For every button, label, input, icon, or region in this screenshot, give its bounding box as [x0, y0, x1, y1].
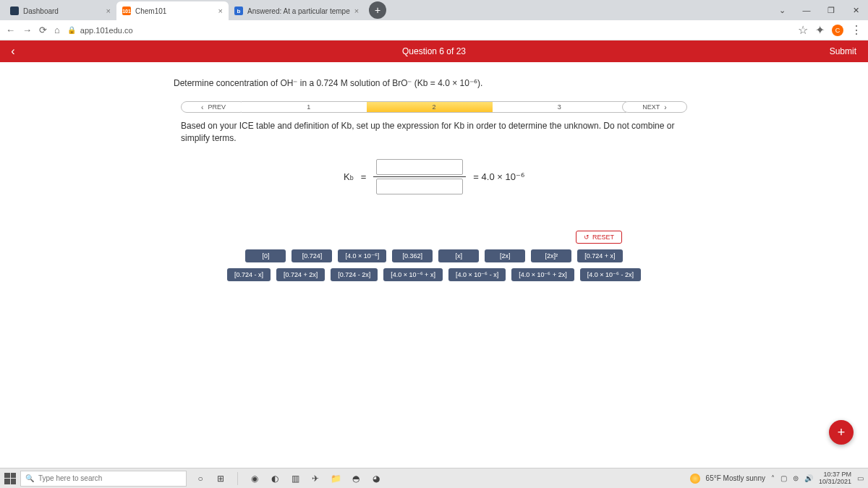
tile[interactable]: [4.0 × 10⁻⁶ - x] [448, 268, 506, 281]
denominator-dropzone[interactable] [376, 179, 463, 194]
fraction-bar [373, 176, 466, 177]
close-window-icon[interactable]: ✕ [843, 0, 868, 20]
equation-builder: Kb = = 4.0 × 10⁻⁶ [344, 159, 524, 194]
reset-icon: ↺ [584, 234, 590, 241]
search-icon: 🔍 [25, 474, 34, 482]
minimize-icon[interactable]: — [794, 0, 819, 20]
tile[interactable]: [4.0 × 10⁻⁶ - 2x] [580, 268, 641, 281]
step-2-button[interactable]: 2 [367, 101, 501, 113]
kebab-menu-icon[interactable]: ⋮ [851, 23, 862, 37]
windows-taskbar: 🔍 Type here to search ○ ⊞ ◉ ◐ ▥ ✈ 📁 ◓ ◕ … [0, 468, 868, 488]
volume-icon[interactable]: 🔊 [804, 474, 813, 482]
clock[interactable]: 10:37 PM 10/31/2021 [819, 471, 851, 486]
browser-tab-strip: Dashboard × 101 Chem101 × b Answered: At… [0, 0, 868, 20]
taskbar-search[interactable]: 🔍 Type here to search [20, 471, 187, 487]
prev-step-button[interactable]: ‹PREV [181, 101, 246, 113]
url-field[interactable]: 🔒 app.101edu.co [67, 26, 791, 35]
tile[interactable]: [0.724] [292, 249, 332, 262]
tab-label: Chem101 [135, 7, 166, 15]
back-icon[interactable]: ← [6, 25, 15, 35]
task-view-icon[interactable]: ⊞ [214, 472, 227, 485]
chem101-icon: 101 [122, 7, 131, 15]
search-placeholder: Type here to search [38, 474, 102, 482]
close-icon[interactable]: × [218, 7, 223, 15]
close-icon[interactable]: × [354, 7, 359, 15]
back-chevron-icon[interactable]: ‹ [0, 45, 26, 58]
add-fab-button[interactable]: + [829, 420, 854, 445]
cast-icon[interactable]: ▢ [780, 474, 787, 482]
tile[interactable]: [0.362] [392, 249, 433, 262]
discord-icon[interactable]: ◓ [349, 472, 362, 485]
wifi-icon[interactable]: ⊚ [793, 474, 799, 482]
tile[interactable]: [4.0 × 10⁻⁶] [338, 249, 386, 262]
tile[interactable]: [2x]² [531, 249, 571, 262]
home-icon[interactable]: ⌂ [54, 25, 60, 35]
app-header: ‹ Question 6 of 23 Submit [0, 40, 868, 62]
extension-c-icon[interactable]: C [832, 25, 843, 36]
numerator-dropzone[interactable] [376, 159, 463, 175]
reset-button[interactable]: ↺RESET [576, 231, 622, 244]
tile[interactable]: [0.724 - x] [227, 268, 271, 281]
dashboard-icon [10, 7, 19, 15]
tile[interactable]: [4.0 × 10⁻⁶ + x] [383, 268, 443, 281]
lock-icon: 🔒 [67, 26, 76, 34]
tile[interactable]: [0.724 + x] [577, 249, 622, 262]
chrome-icon[interactable]: ◉ [248, 472, 261, 485]
step-instructions: Based on your ICE table and definition o… [181, 120, 687, 145]
extensions-icon[interactable]: ✦ [815, 23, 825, 37]
tab-answered[interactable]: b Answered: At a particular tempe × [229, 1, 365, 20]
new-tab-button[interactable]: + [369, 1, 386, 19]
tile[interactable]: [0.724 + 2x] [276, 268, 325, 281]
app-icon[interactable]: ▥ [289, 472, 302, 485]
equals-sign: = [361, 171, 367, 182]
close-icon[interactable]: × [106, 7, 111, 15]
next-step-button[interactable]: NEXT› [622, 101, 687, 113]
step-3-button[interactable]: 3 [493, 101, 626, 113]
chevron-down-icon[interactable]: ⌄ [770, 0, 794, 20]
chevron-right-icon: › [664, 103, 666, 111]
chevron-left-icon: ‹ [201, 103, 203, 111]
start-button[interactable] [4, 473, 16, 484]
kb-label: Kb [344, 171, 354, 182]
question-prompt: Determine concentration of OH⁻ in a 0.72… [174, 78, 694, 88]
step-1-button[interactable]: 1 [242, 101, 375, 113]
tab-chem101[interactable]: 101 Chem101 × [116, 1, 229, 20]
url-text: app.101edu.co [80, 26, 133, 35]
app-icon[interactable]: ◐ [268, 472, 281, 485]
bartleby-icon: b [234, 7, 243, 15]
reload-icon[interactable]: ⟳ [39, 25, 47, 35]
forward-icon[interactable]: → [22, 25, 32, 35]
tile[interactable]: [2x] [485, 249, 525, 262]
weather-icon [690, 474, 700, 484]
weather-text[interactable]: 65°F Mostly sunny [706, 474, 765, 482]
cortana-icon[interactable]: ○ [194, 472, 207, 485]
tile[interactable]: [4.0 × 10⁻⁶ + 2x] [511, 268, 574, 281]
tab-label: Dashboard [23, 7, 59, 15]
maximize-icon[interactable]: ❐ [819, 0, 843, 20]
file-explorer-icon[interactable]: 📁 [329, 472, 342, 485]
submit-button[interactable]: Submit [830, 46, 856, 56]
fraction [373, 159, 466, 194]
notifications-icon[interactable]: ▭ [857, 474, 864, 482]
tile[interactable]: [0.724 - 2x] [331, 268, 378, 281]
rhs-value: = 4.0 × 10⁻⁶ [473, 171, 524, 182]
step-navigation: ‹PREV 1 2 3 NEXT› [181, 101, 687, 113]
content-area: Determine concentration of OH⁻ in a 0.72… [0, 62, 868, 281]
tab-dashboard[interactable]: Dashboard × [4, 1, 116, 20]
answer-tiles: [0] [0.724] [4.0 × 10⁻⁶] [0.362] [x] [2x… [227, 249, 641, 281]
address-bar: ← → ⟳ ⌂ 🔒 app.101edu.co ☆ ✦ C ⋮ [0, 20, 868, 40]
tab-label: Answered: At a particular tempe [247, 7, 350, 15]
window-controls: ⌄ — ❐ ✕ [770, 0, 868, 20]
app-icon[interactable]: ✈ [309, 472, 322, 485]
question-counter: Question 6 of 23 [402, 46, 466, 56]
tile[interactable]: [0] [245, 249, 286, 262]
edge-icon[interactable]: ◕ [370, 472, 383, 485]
star-icon[interactable]: ☆ [798, 23, 808, 37]
tray-chevron-icon[interactable]: ˄ [771, 474, 775, 482]
tile[interactable]: [x] [438, 249, 479, 262]
